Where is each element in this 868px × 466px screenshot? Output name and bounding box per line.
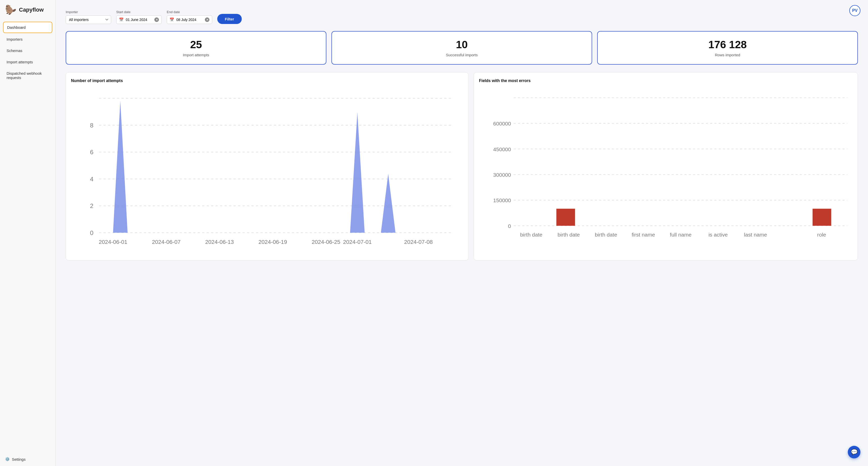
- svg-text:is active: is active: [708, 232, 727, 237]
- app-name: Capyflow: [19, 6, 44, 13]
- svg-text:full name: full name: [670, 232, 692, 237]
- svg-text:2024-06-13: 2024-06-13: [205, 239, 234, 245]
- calendar-icon-end: 📅: [169, 18, 174, 22]
- start-date-filter-group: Start date 📅 01 June 2024 ✕: [116, 10, 162, 24]
- svg-text:role: role: [817, 232, 826, 237]
- svg-text:birth date: birth date: [558, 232, 580, 237]
- start-date-clear-button[interactable]: ✕: [154, 18, 159, 22]
- settings-icon: ⚙️: [5, 457, 10, 462]
- filter-button[interactable]: Filter: [217, 14, 242, 24]
- svg-text:birth date: birth date: [520, 232, 542, 237]
- sidebar-item-import-attempts[interactable]: Import attempts: [3, 57, 52, 67]
- svg-text:last name: last name: [744, 232, 767, 237]
- stat-card-import-attempts: 25 Import attempts: [66, 31, 327, 65]
- filters-row: Importer All importers Start date 📅 01 J…: [66, 10, 858, 24]
- svg-text:600000: 600000: [493, 121, 511, 127]
- logo-icon: 🦫: [5, 4, 17, 15]
- svg-text:2024-07-08: 2024-07-08: [404, 239, 433, 245]
- chat-button[interactable]: 💬: [848, 446, 861, 459]
- sidebar-item-dashboard[interactable]: Dashboard: [3, 22, 52, 33]
- importer-select[interactable]: All importers: [66, 15, 111, 24]
- stat-card-successful-imports: 10 Successful imports: [332, 31, 592, 65]
- stat-number-successful-imports: 10: [456, 39, 468, 51]
- sidebar-item-dispatched-webhook[interactable]: Dispatched webhook requests: [3, 68, 52, 83]
- svg-text:2024-06-01: 2024-06-01: [99, 239, 127, 245]
- end-date-value: 08 July 2024: [176, 18, 196, 22]
- svg-rect-33: [813, 209, 831, 226]
- fields-errors-chart-title: Fields with the most errors: [479, 78, 852, 83]
- settings-link[interactable]: ⚙️ Settings: [0, 453, 55, 466]
- svg-text:2024-07-01: 2024-07-01: [343, 239, 372, 245]
- svg-text:first name: first name: [631, 232, 655, 237]
- stat-label-successful-imports: Successful imports: [446, 53, 478, 57]
- sidebar-nav: Dashboard Importers Schemas Import attem…: [0, 20, 55, 453]
- main-content: PV Importer All importers Start date 📅 0…: [56, 0, 868, 466]
- stat-label-rows-imported: Rows imported: [715, 53, 740, 57]
- sidebar-item-importers[interactable]: Importers: [3, 34, 52, 44]
- stats-row: 25 Import attempts 10 Successful imports…: [66, 31, 858, 65]
- stat-number-import-attempts: 25: [190, 39, 202, 51]
- svg-text:0: 0: [508, 223, 511, 229]
- svg-text:450000: 450000: [493, 146, 511, 152]
- start-date-input[interactable]: 📅 01 June 2024 ✕: [116, 15, 162, 24]
- svg-text:8: 8: [90, 122, 93, 129]
- fields-errors-chart-card: Fields with the most errors 0 150000 300…: [474, 72, 858, 261]
- svg-text:2024-06-19: 2024-06-19: [258, 239, 287, 245]
- sidebar: 🦫 Capyflow Dashboard Importers Schemas I…: [0, 0, 56, 466]
- start-date-value: 01 June 2024: [126, 18, 147, 22]
- import-attempts-chart-card: Number of import attempts 0 2 4 6 8: [66, 72, 469, 261]
- calendar-icon-start: 📅: [119, 18, 124, 22]
- charts-row: Number of import attempts 0 2 4 6 8: [66, 72, 858, 261]
- svg-marker-11: [113, 101, 128, 233]
- end-date-input[interactable]: 📅 08 July 2024 ✕: [167, 15, 212, 24]
- svg-marker-12: [350, 112, 365, 233]
- svg-text:2024-06-07: 2024-06-07: [152, 239, 180, 245]
- svg-text:0: 0: [90, 230, 93, 236]
- svg-text:birth date: birth date: [595, 232, 617, 237]
- svg-marker-13: [381, 174, 396, 233]
- stat-label-import-attempts: Import attempts: [183, 53, 209, 57]
- sidebar-item-schemas[interactable]: Schemas: [3, 45, 52, 56]
- import-attempts-chart-title: Number of import attempts: [71, 78, 463, 83]
- end-date-label: End date: [167, 10, 212, 14]
- svg-text:150000: 150000: [493, 197, 511, 203]
- svg-text:6: 6: [90, 149, 93, 156]
- import-attempts-chart-area: 0 2 4 6 8 2024-06-01 2024-06-07 2024-06-…: [71, 87, 463, 256]
- start-date-label: Start date: [116, 10, 162, 14]
- chat-icon: 💬: [851, 449, 858, 456]
- topbar: PV: [849, 5, 861, 16]
- import-attempts-svg: 0 2 4 6 8 2024-06-01 2024-06-07 2024-06-…: [71, 87, 463, 255]
- importer-filter-group: Importer All importers: [66, 10, 111, 24]
- fields-errors-svg: 0 150000 300000 450000 600000 birth date…: [479, 87, 852, 247]
- fields-errors-chart-area: 0 150000 300000 450000 600000 birth date…: [479, 87, 852, 248]
- svg-rect-32: [556, 209, 575, 226]
- stat-number-rows-imported: 176 128: [708, 39, 747, 51]
- app-logo: 🦫 Capyflow: [0, 0, 55, 20]
- user-avatar[interactable]: PV: [849, 5, 861, 16]
- importer-label: Importer: [66, 10, 111, 14]
- stat-card-rows-imported: 176 128 Rows imported: [597, 31, 858, 65]
- svg-text:300000: 300000: [493, 172, 511, 178]
- end-date-filter-group: End date 📅 08 July 2024 ✕: [167, 10, 212, 24]
- svg-text:2024-06-25: 2024-06-25: [312, 239, 340, 245]
- svg-text:2: 2: [90, 202, 93, 209]
- end-date-clear-button[interactable]: ✕: [205, 18, 210, 22]
- svg-text:4: 4: [90, 176, 93, 182]
